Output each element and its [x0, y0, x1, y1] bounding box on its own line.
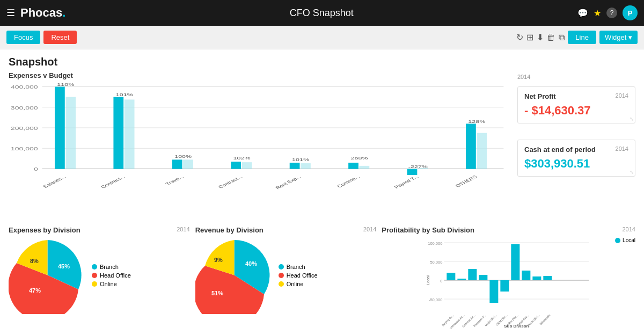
- svg-text:100,000: 100,000: [428, 241, 443, 246]
- revenue-legend: Branch Head Office Online: [279, 264, 318, 287]
- chat-icon[interactable]: 💬: [577, 8, 588, 18]
- bottom-row: Expenses by Division 2014 45%: [9, 226, 635, 335]
- svg-text:0: 0: [34, 166, 38, 172]
- copy-icon[interactable]: ⧉: [559, 33, 565, 42]
- grid-icon[interactable]: ⊞: [526, 32, 533, 42]
- widget-button[interactable]: Widget ▾: [599, 31, 638, 44]
- rev-legend-branch: Branch: [279, 264, 318, 270]
- expenses-chart: Expenses v Budget 400,000 300,000 200,00…: [9, 71, 512, 222]
- cash-year: 2014: [616, 145, 628, 154]
- revenue-pie-area: 40% 51% 9% Branch Head Office On: [195, 236, 377, 314]
- rev-legend-headoffice: Head Office: [279, 272, 318, 279]
- net-profit-block: Net Profit 2014 - $14,630.37 ⤡: [517, 86, 635, 123]
- net-profit-year-label: 2014: [517, 74, 530, 80]
- svg-text:45%: 45%: [58, 263, 70, 270]
- local-dot: [615, 238, 620, 243]
- profitability-title: Profitability by Sub Division: [382, 226, 474, 234]
- toolbar-left: Focus Reset: [6, 31, 77, 44]
- svg-text:OTHERS: OTHERS: [454, 174, 479, 188]
- help-icon[interactable]: ?: [606, 8, 617, 18]
- svg-rect-33: [359, 166, 369, 169]
- svg-text:Contract...: Contract...: [217, 174, 244, 189]
- svg-text:Comme...: Comme...: [335, 174, 361, 188]
- svg-text:Salaries...: Salaries...: [41, 174, 67, 189]
- revenue-div-year: 2014: [363, 226, 376, 236]
- svg-rect-74: [533, 276, 541, 280]
- delete-icon[interactable]: 🗑: [547, 33, 555, 42]
- svg-rect-17: [125, 99, 135, 169]
- page-title: CFO Snapshot: [290, 8, 354, 19]
- legend-online: Online: [92, 281, 131, 287]
- svg-text:Sub Divison: Sub Divison: [504, 324, 529, 329]
- svg-text:300,000: 300,000: [11, 105, 38, 111]
- svg-rect-36: [407, 169, 418, 175]
- svg-rect-24: [231, 162, 241, 169]
- svg-text:400,000: 400,000: [11, 84, 38, 90]
- legend-branch: Branch: [92, 264, 131, 270]
- svg-rect-66: [490, 280, 499, 303]
- hamburger-icon[interactable]: ☰: [6, 7, 15, 19]
- svg-rect-62: [469, 269, 477, 280]
- refresh-icon[interactable]: ↻: [516, 32, 523, 42]
- reset-button[interactable]: Reset: [43, 31, 77, 44]
- bar-chart-svg: 400,000 300,000 200,000 100,000 0 110% S…: [9, 82, 512, 200]
- profitability-svg: 100,000 50,000 0 -50,000 Local Buying Gr…: [382, 237, 635, 329]
- svg-rect-58: [447, 273, 456, 280]
- rev-headoffice-label: Head Office: [287, 272, 318, 279]
- svg-rect-32: [348, 163, 358, 169]
- svg-text:101%: 101%: [292, 158, 309, 162]
- cash-label: Cash at end of period: [524, 145, 596, 154]
- branch-dot: [92, 264, 97, 270]
- rev-online-dot: [279, 281, 284, 287]
- svg-rect-64: [479, 275, 488, 280]
- profitability-year: 2014: [623, 226, 635, 236]
- svg-rect-72: [522, 271, 531, 280]
- svg-text:200,000: 200,000: [11, 126, 38, 131]
- topnav-right: 💬 ★ ? P: [577, 5, 638, 20]
- snapshot-title: Snapshot: [9, 56, 635, 68]
- svg-text:100,000: 100,000: [11, 146, 38, 151]
- svg-rect-16: [113, 97, 123, 169]
- svg-text:Trave...: Trave...: [164, 174, 185, 186]
- svg-text:47%: 47%: [29, 287, 41, 294]
- focus-button[interactable]: Focus: [6, 31, 40, 44]
- svg-rect-76: [544, 276, 552, 280]
- avatar[interactable]: P: [623, 5, 638, 20]
- legend-headoffice: Head Office: [92, 272, 131, 279]
- bar-chart-container: 400,000 300,000 200,000 100,000 0 110% S…: [9, 82, 512, 210]
- svg-text:0: 0: [440, 279, 442, 283]
- profitability-chart: Profitability by Sub Division 2014 Local…: [382, 226, 635, 335]
- svg-rect-37: [418, 168, 428, 169]
- expenses-div-year: 2014: [177, 226, 189, 236]
- net-profit-value: - $14,630.37: [524, 104, 628, 118]
- expenses-division-chart: Expenses by Division 2014 45%: [9, 226, 190, 335]
- svg-text:8%: 8%: [30, 258, 39, 264]
- download-icon[interactable]: ⬇: [537, 32, 544, 42]
- svg-rect-29: [301, 163, 311, 169]
- toolbar-right: ↻ ⊞ ⬇ 🗑 ⧉ Line Widget ▾: [516, 31, 638, 44]
- expenses-pie-area: 45% 47% 8% Branch Head Office On: [9, 236, 190, 314]
- svg-rect-60: [458, 279, 466, 280]
- logo: Phocas.: [20, 6, 65, 20]
- rev-legend-online: Online: [279, 281, 318, 287]
- svg-text:40%: 40%: [245, 260, 257, 267]
- line-button[interactable]: Line: [568, 31, 596, 44]
- svg-text:128%: 128%: [468, 119, 485, 123]
- cash-block: Cash at end of period 2014 $303,930.51 ⤡: [517, 140, 635, 177]
- expenses-pie-svg: 45% 47% 8%: [9, 236, 86, 314]
- svg-text:-50,000: -50,000: [429, 297, 442, 302]
- svg-rect-70: [511, 244, 520, 280]
- expenses-legend: Branch Head Office Online: [92, 264, 131, 287]
- main-content: Snapshot Expenses v Budget 400,000 300,0…: [0, 49, 644, 335]
- svg-rect-25: [242, 162, 252, 169]
- cash-value: $303,930.51: [524, 157, 628, 171]
- svg-text:102%: 102%: [233, 156, 251, 161]
- svg-text:50,000: 50,000: [430, 260, 443, 265]
- svg-rect-68: [501, 280, 509, 292]
- svg-text:101%: 101%: [116, 92, 133, 97]
- branch-label: Branch: [100, 264, 119, 270]
- svg-rect-40: [466, 123, 476, 169]
- star-icon[interactable]: ★: [594, 8, 601, 18]
- svg-text:51%: 51%: [211, 290, 223, 296]
- rev-headoffice-dot: [279, 273, 284, 278]
